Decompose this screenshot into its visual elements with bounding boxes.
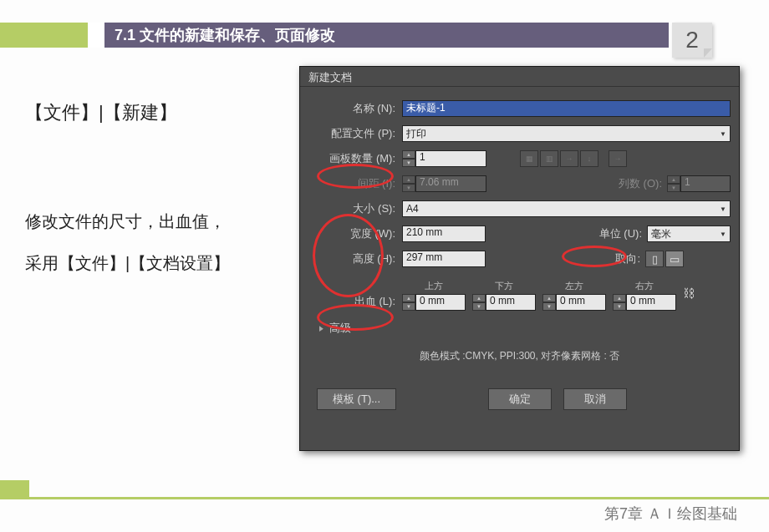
width-input[interactable]: 210 mm [402,225,486,242]
orient-landscape-icon[interactable]: ▭ [665,251,684,267]
grid-row-icon[interactable]: ▦ [520,150,538,167]
menu-path-text: 【文件】|【新建】 [25,100,177,125]
size-dropdown[interactable]: A4 [402,200,731,217]
footer-divider [0,497,769,499]
dialog-titlebar: 新建文档 [300,67,739,87]
artboards-input[interactable]: 1 [415,150,486,167]
bleed-right-label: 右方 [613,280,676,292]
spacing-input: 7.06 mm [415,175,486,192]
description-text: 修改文件的尺寸，出血值， 采用【文件】|【文档设置】 [25,200,230,284]
ok-button[interactable]: 确定 [488,388,552,410]
columns-input: 1 [680,175,731,192]
footer-accent-block [0,480,29,497]
width-label: 宽度 (W): [308,226,402,241]
units-dropdown[interactable]: 毫米 [647,225,731,242]
orient-label: 取向: [583,251,645,266]
bleed-bottom-spinner[interactable]: ▲▼ [472,294,486,311]
artboards-spinner[interactable]: ▲▼ [402,150,415,167]
bleed-top-input[interactable]: 0 mm [415,294,466,311]
bleed-left-label: 左方 [542,280,606,292]
name-input[interactable]: 未标题-1 [402,100,731,117]
spacing-label: 间距 (I): [308,176,402,191]
columns-label: 列数 (O): [604,176,667,191]
bleed-right-input[interactable]: 0 mm [626,294,676,311]
header-spacer [88,23,104,48]
bleed-left-spinner[interactable]: ▲▼ [542,294,556,311]
name-label: 名称 (N): [308,101,402,116]
grid-col-icon[interactable]: ▥ [540,150,558,167]
desc-line-2: 采用【文件】|【文档设置】 [25,242,230,284]
bleed-bottom-input[interactable]: 0 mm [486,294,536,311]
units-label: 单位 (U): [584,226,647,241]
bleed-right-spinner[interactable]: ▲▼ [613,294,626,311]
bleed-label: 出血 (L): [308,294,402,311]
link-bleed-icon[interactable]: ⛓ [681,276,696,311]
arrow-right-icon[interactable]: → [560,150,578,167]
columns-spinner: ▲▼ [667,175,680,192]
profile-label: 配置文件 (P): [308,126,402,141]
orient-portrait-icon[interactable]: ▯ [645,251,664,267]
template-button[interactable]: 模板 (T)... [317,388,396,410]
footer-chapter: 第7章 ＡＩ绘图基础 [604,504,737,524]
profile-dropdown[interactable]: 打印 [402,125,731,142]
new-document-dialog: 新建文档 名称 (N): 未标题-1 配置文件 (P): 打印 画板数量 (M)… [299,66,740,451]
bleed-top-spinner[interactable]: ▲▼ [402,294,415,311]
spacing-spinner: ▲▼ [402,175,415,192]
color-mode-info: 颜色模式 :CMYK, PPI:300, 对齐像素网格 : 否 [308,349,731,363]
slide-title: 7.1 文件的新建和保存、页面修改 [104,23,669,48]
height-label: 高度 (H): [308,251,402,266]
height-input[interactable]: 297 mm [402,251,486,267]
cancel-button[interactable]: 取消 [563,388,627,410]
arrow-down-icon[interactable]: ↓ [580,150,598,167]
artboards-label: 画板数量 (M): [308,151,402,166]
page-corner-fold [704,48,712,58]
bleed-bottom-label: 下方 [472,280,536,292]
arrow-alt-icon[interactable]: → [609,150,627,167]
bleed-top-label: 上方 [402,280,466,292]
desc-line-1: 修改文件的尺寸，出血值， [25,200,230,242]
header-accent-green [0,23,88,48]
bleed-left-input[interactable]: 0 mm [556,294,606,311]
size-label: 大小 (S): [308,201,402,216]
advanced-section-header[interactable]: 高级 [318,321,731,336]
